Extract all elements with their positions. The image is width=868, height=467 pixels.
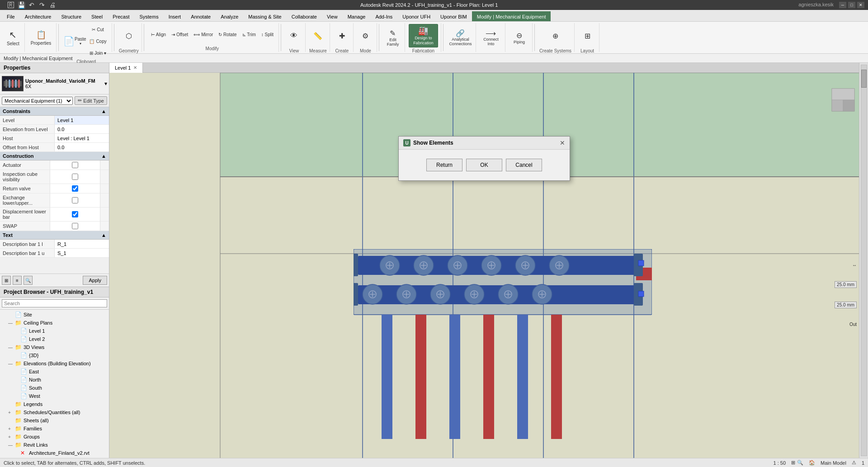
save-btn[interactable]: 💾	[17, 0, 26, 9]
layout-btn[interactable]: ⊞	[578, 24, 596, 47]
swap-checkbox[interactable]	[53, 223, 97, 229]
search-input[interactable]	[2, 299, 107, 307]
exchange-checkbox[interactable]	[53, 197, 97, 203]
split-button[interactable]: ↕ Split	[259, 29, 276, 40]
type-dropdown[interactable]: Mechanical Equipment (1)	[2, 97, 73, 105]
minimize-button[interactable]: ─	[839, 2, 846, 8]
sort-icon-btn[interactable]: ≡	[13, 276, 22, 285]
swap-value[interactable]	[50, 222, 100, 231]
apply-button[interactable]: Apply	[83, 276, 107, 285]
exchange-value[interactable]	[50, 193, 100, 207]
paste-button[interactable]: 📄 Paste ▾	[63, 29, 86, 53]
scrollbar-thumb[interactable]	[861, 70, 867, 88]
geometry-btn[interactable]: ⬡	[120, 24, 138, 47]
design-to-fabrication-button[interactable]: 🏭 Design to Fabrication	[409, 24, 438, 47]
trim-button[interactable]: ⊾ Trim	[240, 29, 258, 40]
inspection-value[interactable]	[50, 170, 100, 184]
canvas-tab-close[interactable]: ✕	[133, 65, 137, 70]
tree-item-sheets[interactable]: 📁 Sheets (all)	[1, 416, 108, 425]
inspection-checkbox[interactable]	[53, 174, 97, 180]
create-btn[interactable]: ✚	[334, 24, 350, 47]
offset-button[interactable]: ⇥ Offset	[169, 29, 190, 40]
actuator-value[interactable]	[50, 160, 100, 170]
tree-item-arch-finland[interactable]: ✕ Architecture_Finland_v2.rvt	[1, 449, 108, 457]
properties-button[interactable]: 📋 Properties	[28, 26, 54, 49]
tab-structure[interactable]: Structure	[56, 11, 86, 21]
tab-collaborate[interactable]: Collaborate	[287, 11, 322, 21]
constraints-section-header[interactable]: Constraints ▲	[0, 107, 109, 116]
tree-item-west[interactable]: 📄 West	[1, 392, 108, 400]
scrollbar-track[interactable]	[861, 65, 867, 456]
tab-steel[interactable]: Steel	[86, 11, 108, 21]
return-button[interactable]: Return	[426, 159, 462, 171]
zoom-icon[interactable]: 🔍	[797, 460, 803, 466]
cut-button[interactable]: ✂Cut	[87, 24, 108, 35]
tree-item-3dviews[interactable]: — 📁 3D Views	[1, 343, 108, 351]
search-icon-btn[interactable]: 🔍	[24, 276, 33, 285]
tree-item-legends[interactable]: 📁 Legends	[1, 400, 108, 408]
tab-view[interactable]: View	[322, 11, 343, 21]
edit-type-button[interactable]: ✏ Edit Type	[75, 96, 107, 105]
tab-annotate[interactable]: Annotate	[186, 11, 216, 21]
rotate-button[interactable]: ↻ Rotate	[216, 29, 239, 40]
tree-item-level2[interactable]: 📄 Level 2	[1, 335, 108, 343]
construction-section-header[interactable]: Construction ▲	[0, 152, 109, 160]
tab-uponor-bim[interactable]: Uponor BIM	[435, 11, 472, 21]
return-valve-checkbox[interactable]	[53, 185, 97, 192]
tab-architecture[interactable]: Architecture	[20, 11, 57, 21]
tab-file[interactable]: File	[2, 11, 20, 21]
copy-button[interactable]: 📋Copy	[87, 36, 108, 47]
tab-insert[interactable]: Insert	[164, 11, 186, 21]
connect-into-btn[interactable]: ⟶ ConnectInto	[480, 26, 502, 49]
tree-item-groups[interactable]: + 📁 Groups	[1, 433, 108, 441]
dialog-close-button[interactable]: ✕	[560, 139, 565, 146]
align-button[interactable]: ⊢ Align	[149, 29, 168, 40]
tab-systems[interactable]: Systems	[134, 11, 163, 21]
print-btn[interactable]: 🖨	[48, 0, 57, 9]
tab-modify-mechanical[interactable]: Modify | Mechanical Equipment	[472, 11, 551, 21]
tab-uponor-ufh[interactable]: Uponor UFH	[397, 11, 435, 21]
tree-item-elevations[interactable]: — 📁 Elevations (Building Elevation)	[1, 359, 108, 368]
collapse-arrow[interactable]: ▾	[104, 80, 107, 87]
tree-item-3d[interactable]: 📄 {3D}	[1, 351, 108, 359]
mirror-button[interactable]: ⟺ Mirror	[191, 29, 215, 40]
actuator-checkbox[interactable]	[53, 162, 97, 168]
displacement-checkbox[interactable]	[53, 211, 97, 217]
canvas-tab-level1[interactable]: Level 1 ✕	[109, 63, 143, 73]
tab-precast[interactable]: Precast	[108, 11, 134, 21]
select-button[interactable]: ↖ Select	[5, 26, 22, 49]
tree-item-site[interactable]: 📄 Site	[1, 311, 108, 319]
create-systems-btn[interactable]: ⊕	[545, 24, 566, 47]
tab-analyze[interactable]: Analyze	[216, 11, 243, 21]
mode-btn[interactable]: ⚙	[358, 24, 373, 47]
canvas-viewport[interactable]: ↔ 25.0 mm 25.0 mm Out	[109, 73, 859, 458]
tree-item-schedules[interactable]: + 📁 Schedules/Quantities (all)	[1, 408, 108, 416]
redo-btn[interactable]: ↷	[38, 0, 47, 9]
measure-btn[interactable]: 📏	[310, 24, 326, 47]
join-button[interactable]: ⊞Join ▾	[87, 47, 108, 58]
undo-btn[interactable]: ↶	[27, 0, 36, 9]
tree-item-revit-links[interactable]: — 📁 Revit Links	[1, 441, 108, 449]
text-section-header[interactable]: Text ▲	[0, 231, 109, 240]
revit-logo[interactable]: 🅁	[6, 0, 15, 9]
tree-item-south[interactable]: 📄 South	[1, 384, 108, 392]
tree-item-families[interactable]: + 📁 Families	[1, 425, 108, 433]
tab-massing[interactable]: Massing & Site	[243, 11, 286, 21]
tree-item-east[interactable]: 📄 East	[1, 368, 108, 376]
tab-manage[interactable]: Manage	[343, 11, 371, 21]
tree-item-ceiling-plans[interactable]: — 📁 Ceiling Plans	[1, 319, 108, 327]
return-valve-value[interactable]	[50, 184, 100, 193]
maximize-button[interactable]: □	[848, 2, 855, 8]
tree-item-north[interactable]: 📄 North	[1, 376, 108, 384]
tree-item-level1[interactable]: 📄 Level 1	[1, 327, 108, 335]
view-icon[interactable]: ⊞	[791, 460, 795, 466]
view-btn[interactable]: 👁	[286, 24, 302, 47]
ok-button[interactable]: OK	[466, 159, 502, 171]
displacement-value[interactable]	[50, 208, 100, 221]
close-button[interactable]: ✕	[857, 2, 864, 8]
edit-family-btn[interactable]: ✎ EditFamily	[384, 26, 402, 49]
piping-btn[interactable]: ⊖ Piping	[509, 26, 529, 49]
level-value[interactable]	[55, 116, 109, 124]
cancel-button[interactable]: Cancel	[506, 159, 542, 171]
level-input[interactable]	[57, 118, 106, 123]
